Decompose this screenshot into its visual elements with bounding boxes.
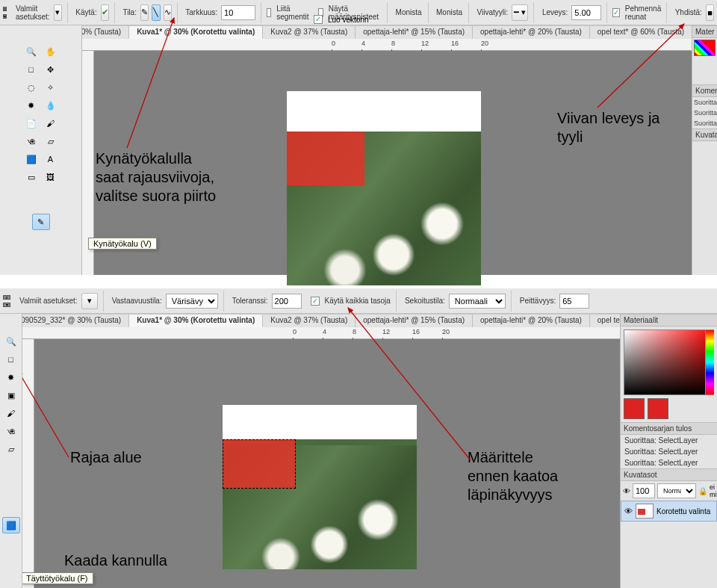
panel-layers-head[interactable]: Kuvatasot	[621, 468, 717, 481]
eye-icon[interactable]: 👁	[623, 487, 630, 495]
tick: 8	[353, 328, 356, 335]
canvas-image[interactable]	[287, 91, 481, 285]
mode-line-icon[interactable]: ╲	[152, 4, 160, 21]
tool-clone[interactable]: 🖲	[2, 423, 20, 439]
tick: 20	[442, 328, 450, 335]
layer-opacity-input[interactable]	[633, 483, 655, 498]
action-line: Suoritta	[692, 97, 717, 108]
tool-select[interactable]: □	[2, 351, 20, 368]
annotation-pour: Kaada kannulla	[64, 551, 167, 570]
tool-crop[interactable]: 📄	[22, 115, 40, 131]
layer-blend-select[interactable]: Normaali	[657, 483, 696, 498]
color-spectrum[interactable]	[694, 40, 716, 56]
tab-3[interactable]: opettaja-lehti* @ 15% (Tausta)	[356, 314, 473, 327]
tool-move[interactable]: ✥	[42, 61, 60, 78]
image-white-region	[287, 91, 481, 131]
tool-brush[interactable]: 🖌	[42, 115, 60, 131]
tool-shape[interactable]: ▭	[22, 169, 40, 185]
tool-wand[interactable]: ✸	[22, 97, 40, 114]
mode-curve-icon[interactable]: ∿	[164, 4, 172, 21]
tab-4[interactable]: opettaja-lehti* @ 20% (Tausta)	[473, 314, 590, 327]
tool-pen[interactable]: ✎	[32, 214, 50, 230]
tick: 8	[391, 40, 395, 47]
color-picker[interactable]	[624, 329, 714, 395]
tool-fill[interactable]: 🟦	[22, 151, 40, 167]
label-all-layers: Käytä kaikkia tasoja	[325, 297, 391, 305]
tool-select-shape[interactable]: ◌	[22, 79, 40, 96]
tick: 16	[412, 328, 420, 335]
panel-materials-head[interactable]: Materiaalit	[621, 314, 717, 327]
tool-wand[interactable]: ✸	[2, 369, 20, 386]
palette-grip[interactable]: x▾	[3, 7, 7, 19]
opacity-input[interactable]	[559, 294, 589, 309]
tab-0[interactable]: 090529_332* @ 30% (Tausta)	[13, 314, 129, 327]
checkbox-vector-row: Luo vektorin	[314, 15, 368, 24]
bg-swatch[interactable]	[648, 398, 668, 419]
tool-picture[interactable]: 🖼	[42, 169, 60, 185]
fg-swatch[interactable]	[624, 398, 645, 419]
tab-4[interactable]: opettaja-lehti* @ 20% (Tausta)	[473, 25, 590, 39]
lock-icon[interactable]: 🔒	[698, 487, 707, 495]
annotation-crop-area: Rajaa alue	[70, 448, 142, 467]
tab-2[interactable]: Kuva2 @ 37% (Tausta)	[263, 314, 356, 327]
checkbox-all-layers[interactable]	[311, 297, 320, 306]
label-presets: Valmiit asetukset:	[16, 4, 50, 21]
tool-hand[interactable]: ✋	[42, 43, 60, 60]
tick: 0	[332, 40, 335, 47]
layer-row-active[interactable]: 👁 Korotettu valinta	[621, 501, 717, 522]
panel-materials[interactable]: Mater	[692, 25, 717, 38]
tool-zoom[interactable]: 🔍	[22, 43, 40, 60]
tick: 12	[382, 328, 390, 335]
mode-draw-icon[interactable]: ✎	[140, 4, 149, 21]
tool-select-rect[interactable]: □	[22, 61, 40, 78]
tab-2[interactable]: Kuva2 @ 37% (Tausta)	[263, 25, 356, 39]
join-picker[interactable]: ■	[706, 4, 714, 21]
tool-dropper[interactable]: 💧	[42, 97, 60, 114]
use-apply-icon[interactable]: ✔	[101, 4, 109, 21]
label-blend: Sekoitustila:	[405, 297, 445, 305]
tolerance-input[interactable]	[272, 294, 302, 309]
ruler-horizontal: 0 4 8 12 16 20	[82, 39, 717, 51]
tool-eraser[interactable]: ▱	[42, 133, 60, 149]
tool-fill-bucket[interactable]: 🟦	[2, 517, 20, 533]
tab-1[interactable]: Kuva1* @ 30% (Korotettu valinta)	[129, 314, 263, 327]
label-join: Yhdistä:	[675, 8, 702, 16]
panel-scriptoutput-head[interactable]: Komentosarjan tulos	[621, 422, 717, 435]
checkbox-antialias[interactable]	[612, 8, 620, 17]
label-dup2: Monista	[436, 8, 462, 16]
top-screenshot: x▾ Valmiit asetukset: ▾ Käytä: ✔ Tila: ✎…	[0, 0, 717, 275]
action-line: Suoritta	[692, 118, 717, 129]
image-red-region	[287, 131, 364, 185]
annotation-opacity: Määrittele ennen kaatoa läpinäkyvyys	[468, 448, 558, 504]
tool-crop[interactable]: ▣	[2, 387, 20, 403]
palette-grip[interactable]: x▾	[3, 295, 10, 307]
tab-5[interactable]: opel text* @ 60% (Tausta)	[590, 25, 692, 39]
width-input[interactable]	[571, 5, 601, 20]
panel-layers[interactable]: Kuvata	[692, 129, 717, 141]
tab-1[interactable]: Kuva1* @ 30% (Korotettu valinta)	[129, 25, 263, 39]
tool-freeselect[interactable]: ✧	[42, 79, 60, 96]
eye-icon[interactable]: 👁	[624, 507, 633, 516]
tick: 0	[293, 328, 297, 335]
tick: 4	[361, 40, 365, 47]
checkbox-segments[interactable]	[267, 8, 272, 17]
checkbox-vector[interactable]	[314, 15, 323, 24]
tool-erase[interactable]: ▱	[2, 441, 20, 457]
blend-select[interactable]: Normaali	[449, 294, 506, 309]
label-vector: Luo vektorin	[328, 16, 368, 24]
tool-brush[interactable]: 🖌	[2, 405, 20, 421]
preset-dropdown[interactable]: ▾	[81, 293, 98, 309]
precision-input[interactable]	[221, 5, 255, 20]
tick: 16	[451, 40, 459, 47]
matchmode-select[interactable]: Värisävy	[166, 294, 218, 309]
options-bar-2: x▾ Valmiit asetukset: ▾ Vastaavuustila: …	[0, 288, 717, 314]
preset-dropdown[interactable]: ▾	[54, 4, 62, 21]
tool-zoom[interactable]: 🔍	[2, 333, 20, 350]
canvas-image-2[interactable]	[223, 405, 417, 569]
label-tolerance: Toleranssi:	[232, 297, 268, 305]
tool-clone[interactable]: 🖲	[22, 133, 40, 149]
tab-3[interactable]: opettaja-lehti* @ 15% (Tausta)	[356, 25, 473, 39]
linestyle-picker[interactable]: ━ ▾	[512, 4, 528, 21]
panel-actions[interactable]: Komer	[692, 84, 717, 97]
tool-text[interactable]: A	[42, 151, 60, 167]
